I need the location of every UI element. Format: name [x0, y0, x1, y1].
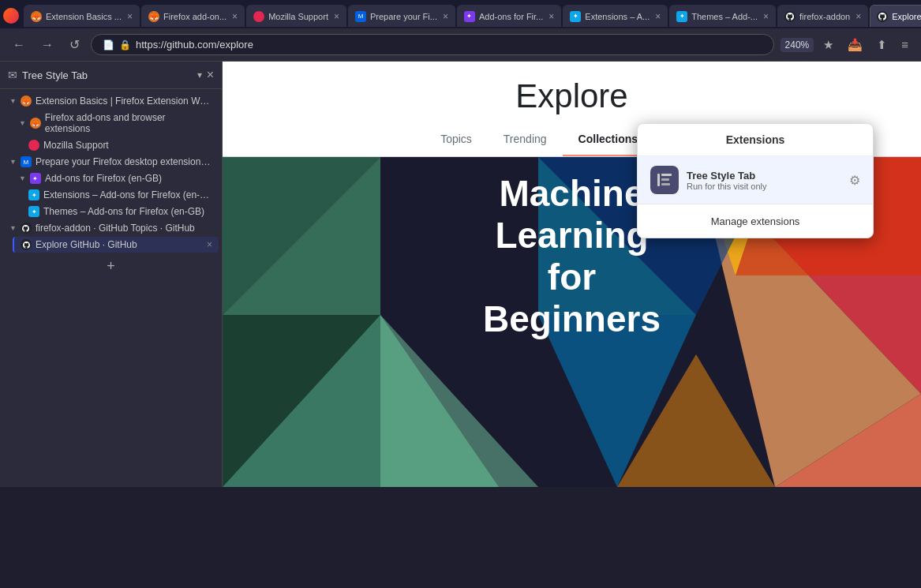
- back-button[interactable]: ←: [8, 35, 30, 55]
- tab-firefox-addon[interactable]: 🦊 Firefox add-on... ×: [141, 5, 245, 27]
- content-area: Explore Topics Trending Collections Even…: [223, 62, 921, 487]
- tab-close-3[interactable]: ×: [334, 11, 339, 22]
- sidebar-close-9[interactable]: ×: [207, 239, 212, 250]
- page-title: Explore: [223, 77, 921, 115]
- sidebar-close-button[interactable]: ×: [207, 68, 214, 82]
- popup-extension-item: Tree Style Tab Run for this visit only ⚙: [638, 156, 873, 204]
- tab-extension-basics[interactable]: 🦊 Extension Basics ... ×: [24, 5, 140, 27]
- tab-label-7: Themes – Add-...: [691, 12, 758, 21]
- tab-themes[interactable]: ✦ Themes – Add-... ×: [669, 5, 776, 27]
- extensions-popup: Extensions Tree Style T: [637, 123, 874, 238]
- sidebar-item-extension-basics[interactable]: ▼ 🦊 Extension Basics | Firefox Extension…: [3, 93, 219, 109]
- sidebar-item-addons[interactable]: ▼ ✦ Add-ons for Firefox (en-GB): [13, 170, 219, 186]
- sidebar-item-explore-github[interactable]: Explore GitHub · GitHub ×: [13, 237, 219, 253]
- tab-close-1[interactable]: ×: [127, 11, 133, 22]
- sidebar-group-addons: ▼ ✦ Add-ons for Firefox (en-GB) ✦ Extens…: [9, 170, 222, 219]
- svg-rect-16: [661, 174, 672, 176]
- popup-manage: Manage extensions: [638, 204, 873, 238]
- tab-close-8[interactable]: ×: [855, 11, 861, 22]
- expand-icon-4: ▼: [9, 158, 17, 166]
- sidebar-favicon-8: [21, 223, 32, 234]
- popup-header: Extensions: [638, 124, 873, 156]
- tab-favicon-5: ✦: [464, 11, 475, 22]
- address-bar: ← → ↺ 📄 🔒 https://github.com/explore 240…: [0, 28, 921, 62]
- sidebar-label-2: Firefox add-ons and browser extensions: [45, 112, 212, 134]
- main-area: ✉ Tree Style Tab ▾ × ▼ 🦊 Extension Basic…: [0, 62, 921, 487]
- tab-close-4[interactable]: ×: [443, 11, 448, 22]
- tab-firefox-addon-github[interactable]: firefox-addon ×: [777, 5, 868, 27]
- sidebar-tabs: ▼ 🦊 Extension Basics | Firefox Extension…: [0, 89, 222, 487]
- chevron-down-icon: ▾: [197, 69, 202, 81]
- tab-favicon-1: 🦊: [31, 11, 42, 22]
- sidebar-item-github-topics[interactable]: ▼ firefox-addon · GitHub Topics · GitHub: [3, 220, 219, 236]
- tab-favicon-7: ✦: [676, 11, 687, 22]
- tab-close-2[interactable]: ×: [232, 11, 238, 22]
- share-button[interactable]: ⬆: [872, 35, 892, 55]
- lock-icon: 🔒: [119, 39, 131, 51]
- reload-button[interactable]: ↺: [65, 34, 84, 55]
- expand-icon-1: ▼: [9, 97, 17, 105]
- expand-icon-8: ▼: [9, 224, 17, 232]
- forward-button[interactable]: →: [36, 35, 58, 55]
- tab-label-1: Extension Basics ...: [46, 12, 122, 21]
- url-text: https://github.com/explore: [136, 39, 762, 51]
- tab-close-7[interactable]: ×: [763, 11, 769, 22]
- tab-mozilla-support[interactable]: Mozilla Support ×: [246, 5, 346, 27]
- sidebar-item-extensions[interactable]: ✦ Extensions – Add-ons for Firefox (en-G…: [22, 187, 219, 203]
- nav-topics[interactable]: Topics: [425, 123, 488, 156]
- popup-extension-info: Tree Style Tab Run for this visit only: [687, 170, 841, 191]
- tab-label-4: Prepare your Fi...: [370, 12, 437, 21]
- tab-label-2: Firefox add-on...: [163, 12, 227, 21]
- sidebar-item-mozilla-support[interactable]: Mozilla Support: [22, 137, 219, 153]
- tab-explore-github[interactable]: Explore GitHub ×: [870, 5, 921, 27]
- tab-bar: 🦊 Extension Basics ... × 🦊 Firefox add-o…: [0, 0, 921, 28]
- tab-label-9: Explore GitHub: [892, 12, 921, 21]
- sidebar-favicon-2: 🦊: [30, 118, 41, 129]
- sidebar-group-firefox-addons: ▼ 🦊 Firefox add-ons and browser extensio…: [9, 110, 222, 153]
- sidebar-label-5: Add-ons for Firefox (en-GB): [45, 173, 162, 184]
- menu-button[interactable]: ≡: [897, 35, 913, 54]
- tab-prepare-firefox[interactable]: M Prepare your Fi... ×: [348, 5, 455, 27]
- sidebar-item-themes[interactable]: ✦ Themes – Add-ons for Firefox (en-GB): [22, 204, 219, 219]
- sidebar-favicon-5: ✦: [30, 173, 41, 184]
- tab-favicon-9: [877, 11, 888, 22]
- bookmark-button[interactable]: ★: [818, 35, 838, 55]
- sidebar-label-1: Extension Basics | Firefox Extension Wor…: [36, 96, 212, 107]
- sidebar-favicon-1: 🦊: [21, 96, 32, 107]
- tab-addons-firefox[interactable]: ✦ Add-ons for Fir... ×: [457, 5, 561, 27]
- svg-rect-17: [661, 178, 669, 181]
- tab-favicon-3: [253, 11, 264, 22]
- svg-rect-15: [657, 174, 660, 186]
- expand-icon-5: ▼: [19, 174, 26, 182]
- tab-label-5: Add-ons for Fir...: [479, 12, 543, 21]
- popup-extension-icon: [650, 166, 679, 194]
- tab-close-6[interactable]: ×: [655, 11, 661, 22]
- sidebar-favicon-6: ✦: [28, 189, 39, 200]
- sidebar-group-ext-themes: ✦ Extensions – Add-ons for Firefox (en-G…: [19, 187, 222, 219]
- toolbar-right: 240% ★ 📥 ⬆ ≡: [781, 35, 913, 55]
- sidebar-label-8: firefox-addon · GitHub Topics · GitHub: [36, 223, 212, 234]
- sidebar-label-3: Mozilla Support: [43, 140, 212, 151]
- sidebar-add-tab-button[interactable]: +: [107, 258, 115, 275]
- reader-icon: 📄: [103, 39, 114, 51]
- sidebar-item-firefox-addons[interactable]: ▼ 🦊 Firefox add-ons and browser extensio…: [13, 110, 219, 137]
- content-inner: Explore Topics Trending Collections Even…: [223, 62, 921, 487]
- tab-label-3: Mozilla Support: [268, 12, 328, 21]
- save-button[interactable]: 📥: [843, 35, 867, 55]
- popup-extension-desc: Run for this visit only: [687, 182, 841, 191]
- tab-extensions[interactable]: ✦ Extensions – A... ×: [563, 5, 668, 27]
- manage-extensions-link[interactable]: Manage extensions: [711, 215, 800, 227]
- banner-line4: Beginners: [238, 298, 905, 340]
- tab-label-8: firefox-addon: [799, 12, 850, 21]
- sidebar-item-prepare-firefox[interactable]: ▼ M Prepare your Firefox desktop extensi…: [3, 154, 219, 170]
- sidebar-favicon-9: [21, 239, 32, 250]
- nav-trending[interactable]: Trending: [488, 123, 563, 156]
- url-bar[interactable]: 📄 🔒 https://github.com/explore: [91, 34, 774, 55]
- tab-close-5[interactable]: ×: [548, 11, 554, 22]
- tab-favicon-2: 🦊: [148, 11, 159, 22]
- popup-extension-gear-button[interactable]: ⚙: [849, 173, 860, 188]
- sidebar-favicon-3: [28, 140, 39, 151]
- sidebar-label-6: Extensions – Add-ons for Firefox (en-GB): [43, 189, 212, 200]
- sidebar-new-tab: +: [0, 253, 222, 279]
- tab-favicon-6: ✦: [570, 11, 581, 22]
